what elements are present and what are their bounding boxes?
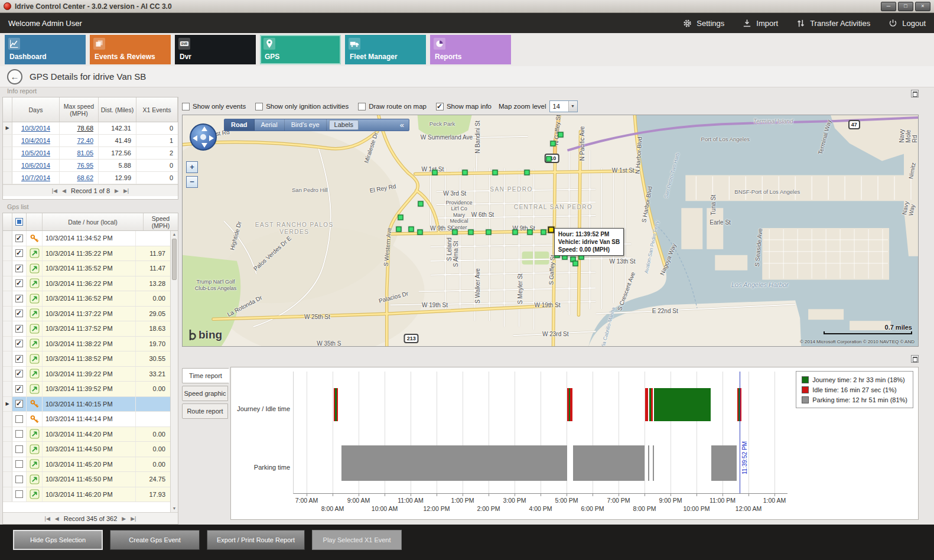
row-checkbox[interactable] (15, 249, 23, 257)
toolbar-action-settings[interactable]: Settings (682, 18, 724, 28)
row-checkbox[interactable] (15, 235, 23, 242)
chart-tab-time-report[interactable]: Time report (182, 368, 229, 383)
gps-list-pager[interactable]: |◀ ◀ Record 345 of 362 ▶ ▶| (3, 512, 178, 524)
gps-cell-checkbox[interactable] (12, 442, 27, 457)
nav-tab-dashboard[interactable]: Dashboard (5, 35, 86, 64)
nav-tab-dvr[interactable]: DVRDvr (175, 35, 256, 64)
gps-row[interactable]: 10/3/2014 11:37:22 PM29.05 (3, 307, 170, 322)
row-checkbox[interactable] (15, 310, 23, 317)
info-header-x1[interactable]: X1 Events (136, 97, 178, 122)
gps-cell-checkbox[interactable] (12, 246, 27, 261)
max-speed-link[interactable]: 72.40 (77, 137, 93, 144)
info-row[interactable]: 10/4/201472.4041.491 (3, 135, 178, 147)
row-checkbox[interactable] (15, 295, 23, 302)
gps-cell-checkbox[interactable] (12, 337, 27, 351)
create-gps-event-button[interactable]: Create Gps Event (110, 530, 200, 550)
gps-row[interactable]: ▶10/3/2014 11:40:15 PM (3, 397, 170, 412)
scroll-down-icon[interactable]: ▼ (171, 505, 178, 512)
gps-route-marker[interactable] (463, 170, 468, 175)
checkbox[interactable] (358, 103, 366, 110)
gps-cell-checkbox[interactable] (12, 276, 27, 291)
map-filter-draw-route-on-map[interactable]: Draw route on map (358, 103, 427, 110)
selected-gps-marker[interactable] (548, 226, 554, 233)
row-checkbox[interactable] (15, 385, 23, 393)
row-checkbox[interactable] (15, 370, 23, 377)
map-compass-control[interactable] (190, 123, 217, 151)
gps-cell-checkbox[interactable] (12, 397, 27, 412)
gps-route-marker[interactable] (418, 229, 423, 235)
row-checkbox[interactable] (15, 265, 23, 272)
info-row[interactable]: 10/6/201476.955.880 (3, 159, 178, 172)
info-header-days[interactable]: Days (12, 97, 60, 122)
gps-row[interactable]: 10/3/2014 11:45:20 PM0.00 (3, 457, 170, 473)
map-filter-show-only-events[interactable]: Show only events (182, 103, 246, 110)
gps-route-marker[interactable] (418, 201, 424, 207)
day-link[interactable]: 10/6/2014 (21, 162, 50, 169)
gps-row[interactable]: 10/3/2014 11:36:22 PM13.28 (3, 276, 170, 292)
gps-cell-checkbox[interactable] (12, 367, 27, 382)
close-button[interactable]: × (915, 2, 930, 11)
checkbox[interactable] (436, 103, 444, 110)
row-checkbox[interactable] (15, 476, 23, 483)
day-link[interactable]: 10/3/2014 (21, 125, 50, 132)
map-filter-show-map-info[interactable]: Show map info (436, 103, 492, 110)
info-report-pager[interactable]: |◀ ◀ Record 1 of 8 ▶ ▶| (3, 184, 178, 196)
gps-list-scrollbar[interactable]: ▲ ▼ (170, 231, 178, 512)
toolbar-action-import[interactable]: Import (742, 18, 778, 28)
info-cell-days[interactable]: 10/6/2014 (12, 159, 60, 171)
gps-row[interactable]: 10/3/2014 11:45:50 PM24.75 (3, 472, 170, 487)
back-button[interactable]: ← (7, 69, 22, 84)
info-cell-days[interactable]: 10/5/2014 (12, 147, 60, 159)
info-header-max_speed[interactable]: Max speed (MPH) (60, 97, 99, 122)
scroll-up-icon[interactable]: ▲ (171, 231, 178, 238)
gps-row[interactable]: 10/3/2014 11:38:22 PM19.70 (3, 337, 170, 352)
info-cell-days[interactable]: 10/4/2014 (12, 135, 60, 146)
info-cell-max-speed[interactable]: 76.95 (60, 159, 99, 171)
gps-row[interactable]: 10/3/2014 11:34:52 PM (3, 231, 170, 246)
map[interactable]: RoadAerialBird's eye Labels « + − Crest … (182, 115, 919, 347)
info-cell-max-speed[interactable]: 81.05 (60, 147, 99, 159)
map-style-road[interactable]: Road (224, 119, 255, 131)
map-zoom-in-button[interactable]: + (186, 161, 198, 173)
gps-cell-checkbox[interactable] (12, 382, 27, 396)
gps-cell-checkbox[interactable] (12, 351, 27, 366)
gps-row[interactable]: 10/3/2014 11:44:50 PM0.00 (3, 442, 170, 457)
gps-cell-checkbox[interactable] (12, 231, 27, 246)
row-checkbox[interactable] (15, 400, 23, 408)
gps-route-marker[interactable] (396, 227, 402, 232)
max-speed-link[interactable]: 76.95 (77, 162, 93, 169)
gps-route-marker[interactable] (409, 227, 414, 232)
max-speed-link[interactable]: 78.68 (77, 125, 93, 132)
gps-cell-checkbox[interactable] (12, 457, 27, 472)
row-checkbox[interactable] (15, 279, 23, 287)
gps-route-marker[interactable] (546, 156, 552, 161)
pager-next-icon[interactable]: ▶ (115, 188, 119, 194)
map-nav-collapse-icon[interactable]: « (395, 121, 409, 129)
gps-cell-checkbox[interactable] (12, 321, 27, 336)
map-zoom-out-button[interactable]: − (186, 176, 198, 188)
pager-last-icon[interactable]: ▶| (131, 516, 136, 522)
max-speed-link[interactable]: 81.05 (77, 149, 93, 157)
info-row[interactable]: 10/7/201468.6212.990 (3, 172, 178, 184)
gps-route-marker[interactable] (398, 215, 403, 220)
pager-next-icon[interactable]: ▶ (122, 516, 126, 522)
map-maximize-button[interactable] (911, 90, 919, 97)
checkbox[interactable] (182, 103, 190, 110)
gps-row[interactable]: 10/3/2014 11:46:20 PM17.93 (3, 487, 170, 503)
gps-route-marker[interactable] (512, 229, 518, 235)
minimize-button[interactable]: ─ (881, 2, 896, 11)
gps-route-marker[interactable] (524, 170, 529, 175)
nav-tab-gps[interactable]: GPS (260, 35, 341, 64)
gps-row[interactable]: 10/3/2014 11:36:52 PM0.00 (3, 291, 170, 307)
gps-row[interactable]: 10/3/2014 11:39:22 PM33.21 (3, 367, 170, 382)
gps-cell-checkbox[interactable] (12, 427, 27, 442)
row-checkbox[interactable] (15, 460, 23, 468)
gps-cell-checkbox[interactable] (12, 472, 27, 487)
pager-prev-icon[interactable]: ◀ (55, 516, 59, 522)
gps-header-speed[interactable]: Speed (MPH) (144, 213, 178, 230)
gps-route-marker[interactable] (527, 229, 532, 235)
info-cell-days[interactable]: 10/7/2014 (12, 172, 60, 184)
row-checkbox[interactable] (15, 430, 23, 438)
map-filter-show-only-ignition-activities[interactable]: Show only ignition activities (255, 103, 349, 110)
nav-tab-fleet-manager[interactable]: Fleet Manager (345, 35, 426, 64)
